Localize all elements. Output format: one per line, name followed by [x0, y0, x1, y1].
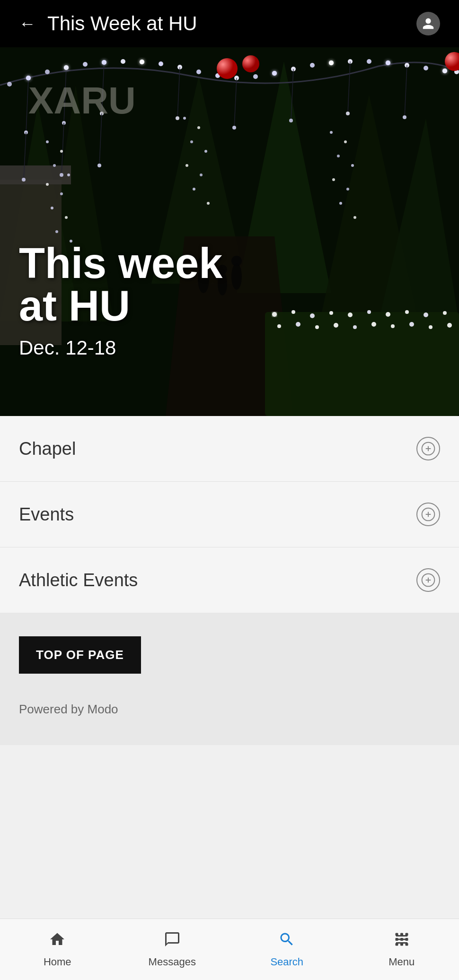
athletic-events-section[interactable]: Athletic Events: [0, 547, 459, 613]
nav-messages[interactable]: Messages: [115, 931, 230, 968]
hero-date: Dec. 12-18: [19, 337, 222, 359]
footer-area: TOP OF PAGE Powered by Modo: [0, 613, 459, 745]
svg-rect-138: [405, 938, 408, 941]
events-label: Events: [19, 504, 74, 525]
menu-label: Menu: [388, 956, 415, 968]
content-sections: Chapel Events Athletic Events: [0, 416, 459, 613]
messages-icon: [164, 931, 181, 952]
nav-menu[interactable]: Menu: [344, 931, 459, 968]
app-header: ← This Week at HU: [0, 0, 459, 47]
events-expand-icon[interactable]: [416, 503, 440, 526]
back-button[interactable]: ←: [19, 14, 36, 34]
hero-title: This week at HU: [19, 242, 222, 327]
search-label: Search: [270, 956, 303, 968]
user-avatar[interactable]: [416, 12, 440, 35]
home-label: Home: [44, 956, 71, 968]
search-icon: [278, 931, 295, 952]
hero-section: XARU: [0, 47, 459, 416]
athletic-events-label: Athletic Events: [19, 570, 138, 590]
svg-rect-139: [395, 943, 398, 946]
svg-rect-140: [400, 943, 403, 946]
menu-icon: [393, 931, 410, 952]
athletic-events-expand-icon[interactable]: [416, 568, 440, 592]
svg-rect-133: [395, 933, 398, 936]
hero-text: This week at HU Dec. 12-18: [19, 242, 222, 359]
nav-search[interactable]: Search: [230, 931, 344, 968]
events-section[interactable]: Events: [0, 482, 459, 547]
nav-home[interactable]: Home: [0, 931, 115, 968]
svg-rect-135: [405, 933, 408, 936]
chapel-expand-icon[interactable]: [416, 437, 440, 460]
chapel-label: Chapel: [19, 439, 76, 459]
top-of-page-button[interactable]: TOP OF PAGE: [19, 636, 141, 674]
svg-rect-134: [400, 933, 403, 936]
home-icon: [49, 931, 66, 952]
svg-rect-137: [400, 938, 403, 941]
svg-rect-136: [395, 938, 398, 941]
powered-by-text: Powered by Modo: [19, 702, 440, 717]
bottom-nav: Home Messages Search: [0, 919, 459, 980]
page-title: This Week at HU: [47, 12, 416, 35]
svg-rect-141: [405, 943, 408, 946]
chapel-section[interactable]: Chapel: [0, 416, 459, 482]
messages-label: Messages: [149, 956, 196, 968]
